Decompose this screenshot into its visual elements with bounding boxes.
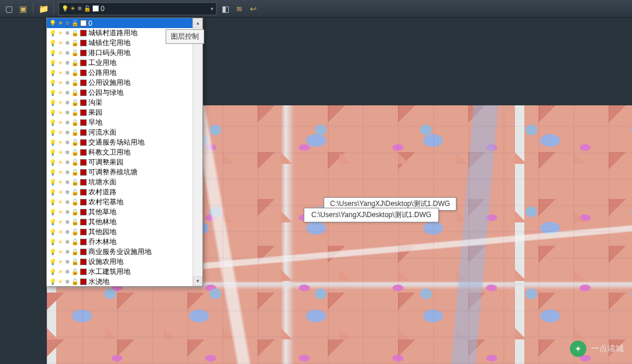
layer-color-swatch[interactable]: [80, 199, 87, 205]
lock-icon[interactable]: 🔓: [71, 100, 78, 106]
lock-icon[interactable]: 🔓: [71, 160, 78, 166]
scrollbar[interactable]: ▲ ▼: [193, 18, 202, 286]
layer-color-swatch[interactable]: [80, 179, 87, 186]
layer-row[interactable]: 💡☀❄🔓设施农用地: [47, 257, 202, 267]
bulb-icon[interactable]: 💡: [49, 279, 56, 285]
lock-icon[interactable]: 🔓: [71, 40, 78, 46]
freeze-icon[interactable]: ❄: [65, 120, 70, 126]
layer-color-swatch[interactable]: [80, 80, 87, 86]
sun-icon[interactable]: ☀: [58, 200, 63, 205]
bulb-icon[interactable]: 💡: [49, 219, 56, 225]
lock-icon[interactable]: 🔓: [71, 269, 78, 275]
freeze-icon[interactable]: ❄: [65, 60, 70, 66]
layer-color-swatch[interactable]: [80, 169, 87, 176]
lock-icon[interactable]: 🔓: [71, 70, 78, 76]
freeze-icon[interactable]: ❄: [65, 90, 70, 96]
lock-icon[interactable]: 🔓: [71, 60, 78, 66]
sun-icon[interactable]: ☀: [58, 120, 63, 126]
freeze-icon[interactable]: ❄: [65, 80, 70, 86]
layer-row[interactable]: 💡☀❄🔓果园: [47, 108, 202, 118]
bulb-icon[interactable]: 💡: [49, 239, 56, 245]
layer-row[interactable]: 💡☀❄🔓其他林地: [47, 217, 202, 227]
layer-row[interactable]: 💡☀❄🔓乔木林地: [47, 237, 202, 247]
bulb-icon[interactable]: 💡: [49, 190, 56, 195]
lock-icon[interactable]: 🔓: [71, 50, 78, 56]
bulb-icon[interactable]: 💡: [49, 140, 56, 146]
freeze-icon[interactable]: ❄: [65, 239, 70, 245]
lock-icon[interactable]: 🔓: [71, 90, 78, 96]
freeze-icon[interactable]: ❄: [65, 190, 70, 195]
folder-icon[interactable]: 📁: [38, 4, 49, 14]
layer-color-swatch[interactable]: [80, 209, 87, 215]
layer-color-swatch[interactable]: [80, 239, 87, 245]
freeze-icon[interactable]: ❄: [65, 279, 70, 285]
layer-color-swatch[interactable]: [80, 20, 87, 26]
freeze-icon[interactable]: ❄: [65, 219, 70, 225]
layer-color-swatch[interactable]: [80, 129, 87, 136]
freeze-icon[interactable]: ❄: [65, 20, 70, 26]
layer-row[interactable]: 💡☀❄🔓公路用地: [47, 68, 202, 78]
lock-icon[interactable]: 🔓: [71, 190, 78, 195]
bulb-icon[interactable]: 💡: [49, 210, 56, 215]
sun-icon[interactable]: ☀: [58, 239, 63, 245]
sun-icon[interactable]: ☀: [58, 20, 63, 26]
sun-icon[interactable]: ☀: [58, 50, 63, 56]
freeze-icon[interactable]: ❄: [65, 269, 70, 275]
sun-icon[interactable]: ☀: [58, 30, 63, 36]
sun-icon[interactable]: ☀: [58, 140, 63, 146]
layer-row[interactable]: 💡☀❄🔓工业用地: [47, 58, 202, 68]
scroll-down-icon[interactable]: ▼: [193, 276, 202, 286]
sun-icon[interactable]: ☀: [58, 150, 63, 156]
freeze-icon[interactable]: ❄: [65, 249, 70, 255]
layer-row[interactable]: 💡☀❄🔓公园与绿地: [47, 88, 202, 98]
layer-color-swatch[interactable]: [80, 249, 87, 255]
layer-states-icon[interactable]: ◧: [220, 4, 231, 14]
sun-icon[interactable]: ☀: [58, 160, 63, 166]
layer-color-swatch[interactable]: [80, 70, 87, 76]
sun-icon[interactable]: ☀: [58, 249, 63, 255]
layer-color-swatch[interactable]: [80, 99, 87, 106]
lock-icon[interactable]: 🔓: [71, 150, 78, 156]
lock-icon[interactable]: 🔓: [71, 180, 78, 186]
layer-color-swatch[interactable]: [80, 279, 87, 285]
bulb-icon[interactable]: 💡: [49, 170, 56, 176]
layer-row[interactable]: 💡☀❄🔓0: [47, 18, 202, 28]
freeze-icon[interactable]: ❄: [65, 200, 70, 205]
layer-row[interactable]: 💡☀❄🔓水工建筑用地: [47, 267, 202, 277]
freeze-icon[interactable]: ❄: [65, 210, 70, 215]
freeze-icon[interactable]: ❄: [65, 160, 70, 166]
layer-color-swatch[interactable]: [80, 159, 87, 166]
sun-icon[interactable]: ☀: [58, 229, 63, 235]
layer-row[interactable]: 💡☀❄🔓可调整养殖坑塘: [47, 167, 202, 177]
bulb-icon[interactable]: 💡: [49, 70, 56, 76]
freeze-icon[interactable]: ❄: [65, 170, 70, 176]
freeze-icon[interactable]: ❄: [65, 100, 70, 106]
layer-color-swatch[interactable]: [80, 269, 87, 275]
sun-icon[interactable]: ☀: [58, 90, 63, 96]
freeze-icon[interactable]: ❄: [65, 140, 70, 146]
layer-color-swatch[interactable]: [80, 219, 87, 225]
layer-dropdown-panel[interactable]: 💡☀❄🔓0💡☀❄🔓城镇村道路用地💡☀❄🔓城镇住宅用地💡☀❄🔓港口码头用地💡☀❄🔓…: [46, 18, 203, 287]
sun-icon[interactable]: ☀: [58, 219, 63, 225]
freeze-icon[interactable]: ❄: [65, 30, 70, 36]
bulb-icon[interactable]: 💡: [49, 30, 56, 36]
lock-icon[interactable]: 🔓: [71, 140, 78, 146]
freeze-icon[interactable]: ❄: [65, 130, 70, 136]
layer-color-swatch[interactable]: [80, 60, 87, 66]
lock-icon[interactable]: 🔓: [71, 279, 78, 285]
layer-color-swatch[interactable]: [80, 139, 87, 146]
bulb-icon[interactable]: 💡: [49, 20, 56, 26]
bulb-icon[interactable]: 💡: [49, 100, 56, 106]
layer-row[interactable]: 💡☀❄🔓交通服务场站用地: [47, 138, 202, 147]
sun-icon[interactable]: ☀: [58, 259, 63, 265]
layer-row[interactable]: 💡☀❄🔓商业服务业设施用地: [47, 247, 202, 257]
bulb-icon[interactable]: 💡: [49, 120, 56, 126]
lock-icon[interactable]: 🔓: [71, 210, 78, 215]
lock-icon[interactable]: 🔓: [71, 259, 78, 265]
layer-color-swatch[interactable]: [80, 259, 87, 265]
window-icon[interactable]: ▢: [4, 4, 14, 14]
sun-icon[interactable]: ☀: [58, 80, 63, 86]
bulb-icon[interactable]: 💡: [49, 249, 56, 255]
layer-row[interactable]: 💡☀❄🔓旱地: [47, 118, 202, 128]
lock-icon[interactable]: 🔓: [71, 80, 78, 86]
